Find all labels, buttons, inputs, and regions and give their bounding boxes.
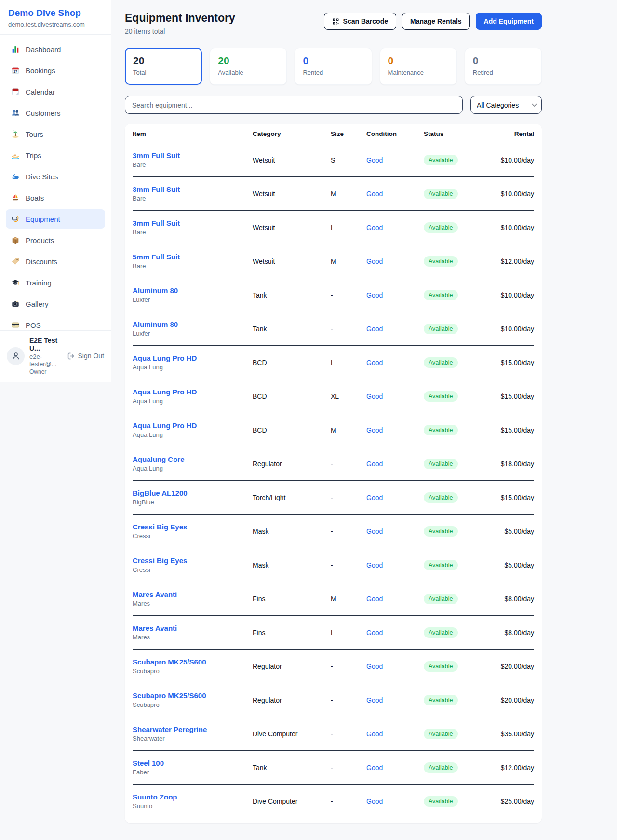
condition-link[interactable]: Good [366,528,383,535]
condition-link[interactable]: Good [366,629,383,637]
item-name-link[interactable]: BigBlue AL1200 [133,489,253,497]
condition-link[interactable]: Good [366,359,383,366]
tours-icon [11,130,20,138]
status-badge: Available [424,661,458,672]
item-name-link[interactable]: Scubapro MK25/S600 [133,691,253,700]
table-row[interactable]: Mares Avanti Mares Fins M Good Available… [133,582,534,616]
item-name-link[interactable]: Aluminum 80 [133,286,253,295]
item-name-link[interactable]: Mares Avanti [133,590,253,598]
condition-link[interactable]: Good [366,257,383,265]
item-name-link[interactable]: 5mm Full Suit [133,253,253,261]
item-name-link[interactable]: Aqua Lung Pro HD [133,421,253,430]
condition-link[interactable]: Good [366,325,383,333]
table-row[interactable]: Aluminum 80 Luxfer Tank - Good Available… [133,278,534,312]
sidebar-item-dive-sites[interactable]: Dive Sites [6,167,105,186]
sidebar-item-training[interactable]: Training [6,273,105,292]
condition-link[interactable]: Good [366,426,383,434]
item-size: XL [331,379,366,413]
sidebar-item-boats[interactable]: Boats [6,188,105,207]
condition-link[interactable]: Good [366,190,383,198]
item-name-link[interactable]: Mares Avanti [133,624,253,632]
add-equipment-button[interactable]: Add Equipment [476,13,542,30]
stat-card-rented[interactable]: 0 Rented [295,48,372,85]
table-row[interactable]: Aqua Lung Pro HD Aqua Lung BCD XL Good A… [133,379,534,413]
table-row[interactable]: Aqua Lung Pro HD Aqua Lung BCD L Good Av… [133,346,534,379]
condition-link[interactable]: Good [366,291,383,299]
sidebar-item-dashboard[interactable]: Dashboard [6,40,105,59]
table-row[interactable]: 3mm Full Suit Bare Wetsuit M Good Availa… [133,177,534,211]
category-filter[interactable]: All Categories [470,96,542,114]
table-row[interactable]: 3mm Full Suit Bare Wetsuit S Good Availa… [133,143,534,177]
sidebar-item-gallery[interactable]: Gallery [6,294,105,313]
status-badge: Available [424,391,458,402]
user-name: E2E Test U... [29,337,62,352]
table-row[interactable]: Aqualung Core Aqua Lung Regulator - Good… [133,447,534,481]
table-row[interactable]: 5mm Full Suit Bare Wetsuit M Good Availa… [133,244,534,278]
sidebar-item-trips[interactable]: Trips [6,146,105,165]
condition-link[interactable]: Good [366,595,383,603]
search-input[interactable] [125,96,463,114]
condition-link[interactable]: Good [366,730,383,738]
bookings-icon [11,66,20,75]
item-brand: Scubapro [133,667,253,675]
item-name-link[interactable]: Aqua Lung Pro HD [133,354,253,362]
sidebar-item-calendar[interactable]: Calendar [6,82,105,101]
condition-link[interactable]: Good [366,561,383,569]
condition-link[interactable]: Good [366,156,383,164]
sign-out-button[interactable]: Sign Out [67,352,104,360]
condition-link[interactable]: Good [366,696,383,704]
condition-link[interactable]: Good [366,224,383,231]
sidebar-item-customers[interactable]: Customers [6,103,105,122]
item-name-link[interactable]: 3mm Full Suit [133,151,253,160]
item-name-link[interactable]: Aqualung Core [133,455,253,463]
item-name-link[interactable]: Cressi Big Eyes [133,523,253,531]
condition-link[interactable]: Good [366,663,383,670]
table-row[interactable]: Cressi Big Eyes Cressi Mask - Good Avail… [133,515,534,548]
stat-card-maintenance[interactable]: 0 Maintenance [380,48,457,85]
stat-card-total[interactable]: 20 Total [125,48,202,85]
table-row[interactable]: Cressi Big Eyes Cressi Mask - Good Avail… [133,548,534,582]
stat-card-available[interactable]: 20 Available [210,48,287,85]
item-name-link[interactable]: 3mm Full Suit [133,185,253,193]
item-name-link[interactable]: Steel 100 [133,759,253,767]
condition-link[interactable]: Good [366,798,383,805]
stat-card-retired[interactable]: 0 Retired [465,48,542,85]
item-rental: $35.00/day [495,717,534,751]
brand-domain: demo.test.divestreams.com [8,21,103,28]
scan-barcode-button[interactable]: Scan Barcode [324,13,396,30]
condition-link[interactable]: Good [366,393,383,400]
table-row[interactable]: Scubapro MK25/S600 Scubapro Regulator - … [133,650,534,683]
sidebar-item-tours[interactable]: Tours [6,124,105,144]
item-name-link[interactable]: Suunto Zoop [133,793,253,801]
sidebar-item-bookings[interactable]: Bookings [6,61,105,80]
sidebar-item-equipment[interactable]: Equipment [6,209,105,229]
item-name-link[interactable]: Shearwater Peregrine [133,725,253,733]
table-row[interactable]: Shearwater Peregrine Shearwater Dive Com… [133,717,534,751]
condition-link[interactable]: Good [366,764,383,772]
sidebar-item-discounts[interactable]: Discounts [6,252,105,271]
sidebar-item-products[interactable]: Products [6,230,105,250]
gallery-icon [11,299,20,308]
item-name-link[interactable]: Cressi Big Eyes [133,556,253,565]
item-name-link[interactable]: Aqua Lung Pro HD [133,388,253,396]
table-row[interactable]: Aqua Lung Pro HD Aqua Lung BCD M Good Av… [133,413,534,447]
table-row[interactable]: Suunto Zoop Suunto Dive Computer - Good … [133,785,534,818]
table-row[interactable]: Mares Avanti Mares Fins L Good Available… [133,616,534,650]
table-row[interactable]: Aluminum 80 Luxfer Tank - Good Available… [133,312,534,346]
table-row[interactable]: BigBlue AL1200 BigBlue Torch/Light - Goo… [133,481,534,515]
table-row[interactable]: Scubapro MK25/S600 Scubapro Regulator - … [133,683,534,717]
item-name-link[interactable]: 3mm Full Suit [133,219,253,227]
table-row[interactable]: Steel 100 Faber Tank - Good Available $1… [133,751,534,785]
condition-link[interactable]: Good [366,494,383,501]
add-equipment-label: Add Equipment [484,17,534,25]
status-badge: Available [424,256,458,267]
item-name-link[interactable]: Aluminum 80 [133,320,253,328]
table-row[interactable]: 3mm Full Suit Bare Wetsuit L Good Availa… [133,211,534,244]
brand-block[interactable]: Demo Dive Shop demo.test.divestreams.com [0,0,111,34]
item-name-link[interactable]: Scubapro MK25/S600 [133,658,253,666]
status-badge: Available [424,425,458,435]
item-category: Dive Computer [253,717,331,751]
condition-link[interactable]: Good [366,460,383,468]
manage-rentals-button[interactable]: Manage Rentals [402,13,470,30]
page-header: Equipment Inventory 20 items total [125,12,542,35]
